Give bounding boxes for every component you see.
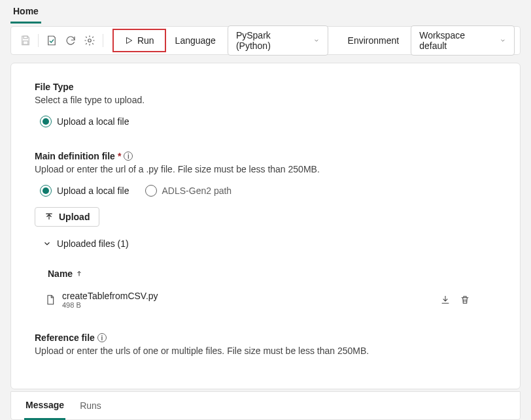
chevron-down-icon <box>313 37 320 44</box>
tab-home[interactable]: Home <box>10 1 41 24</box>
uploaded-files-label: Uploaded files (1) <box>57 238 129 249</box>
info-icon[interactable]: i <box>97 333 107 342</box>
main-panel: File Type Select a file type to upload. … <box>10 63 521 389</box>
main-def-option-local[interactable]: Upload a local file <box>40 185 129 197</box>
radio-icon <box>40 116 52 127</box>
delete-icon[interactable] <box>460 295 470 305</box>
reference-file-title: Reference file i <box>35 332 496 343</box>
section-main-definition: Main definition file * i Upload or enter… <box>35 151 496 309</box>
section-file-type: File Type Select a file type to upload. … <box>35 82 496 127</box>
separator <box>38 34 39 47</box>
run-button-highlight: Run <box>112 29 166 52</box>
file-size: 498 B <box>62 301 434 309</box>
sort-asc-icon <box>75 270 83 278</box>
svg-rect-1 <box>23 41 28 44</box>
reference-file-desc: Upload or enter the urls of one or multi… <box>35 346 496 356</box>
play-icon <box>124 36 133 45</box>
section-reference-file: Reference file i Upload or enter the url… <box>35 332 496 356</box>
file-row: createTablefromCSV.py 498 B <box>45 291 496 309</box>
radio-icon <box>145 185 157 197</box>
file-icon <box>45 293 56 306</box>
run-label: Run <box>137 35 154 46</box>
settings-icon[interactable] <box>81 30 99 51</box>
main-def-option-local-label: Upload a local file <box>57 186 129 196</box>
upload-icon <box>44 212 54 221</box>
main-def-option-adls[interactable]: ADLS-Gen2 path <box>145 185 232 197</box>
toolbar: Run Language PySpark (Python) Environmen… <box>10 26 521 55</box>
main-def-title: Main definition file * i <box>35 151 496 161</box>
svg-rect-0 <box>24 36 27 39</box>
chevron-down-icon <box>500 37 506 44</box>
save-icon[interactable] <box>16 30 34 51</box>
separator <box>103 34 103 47</box>
upload-button-label: Upload <box>59 212 90 222</box>
chevron-down-icon <box>43 239 52 248</box>
tab-message[interactable]: Message <box>24 392 65 420</box>
bottom-tab-bar: Message Runs <box>10 391 521 420</box>
tab-runs[interactable]: Runs <box>78 393 103 419</box>
environment-label: Environment <box>340 35 407 46</box>
file-name: createTablefromCSV.py <box>62 291 434 301</box>
file-type-option-local[interactable]: Upload a local file <box>40 116 496 127</box>
environment-value: Workspace default <box>419 30 481 51</box>
main-def-option-adls-label: ADLS-Gen2 path <box>162 186 232 196</box>
required-asterisk: * <box>118 151 121 161</box>
run-button[interactable]: Run <box>115 31 163 50</box>
radio-icon <box>40 185 52 197</box>
language-value: PySpark (Python) <box>236 30 295 51</box>
file-type-title: File Type <box>35 82 496 92</box>
language-select[interactable]: PySpark (Python) <box>228 25 328 56</box>
file-type-option-local-label: Upload a local file <box>57 116 129 127</box>
uploaded-files-toggle[interactable]: Uploaded files (1) <box>43 238 496 249</box>
save-check-icon[interactable] <box>43 30 60 51</box>
main-def-desc: Upload or enter the url of a .py file. F… <box>35 164 496 174</box>
file-type-desc: Select a file type to upload. <box>35 95 496 105</box>
environment-select[interactable]: Workspace default <box>411 25 515 56</box>
download-icon[interactable] <box>440 295 451 305</box>
language-label: Language <box>167 35 224 46</box>
svg-point-2 <box>88 39 92 42</box>
column-header-name[interactable]: Name <box>48 268 496 279</box>
upload-button[interactable]: Upload <box>35 207 99 227</box>
info-icon[interactable]: i <box>124 152 133 161</box>
refresh-icon[interactable] <box>61 30 79 51</box>
